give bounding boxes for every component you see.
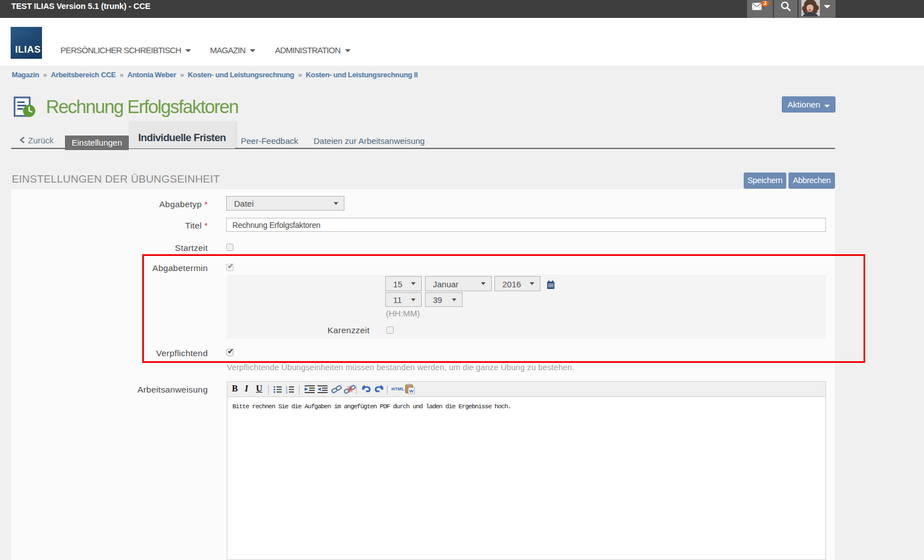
svg-text:3: 3 — [286, 391, 287, 394]
svg-text:3: 3 — [763, 1, 767, 6]
svg-text:W: W — [409, 389, 414, 394]
